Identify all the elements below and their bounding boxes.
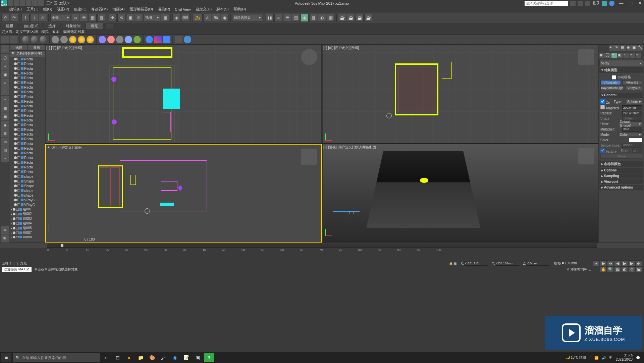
explorer-icon[interactable]: 📁 — [136, 353, 146, 362]
scene-item[interactable]: Recta — [10, 104, 45, 108]
angle-snap-button[interactable]: ∠ — [203, 14, 211, 22]
render-setup-button[interactable]: ▦ — [327, 14, 335, 22]
qat-save-icon[interactable] — [20, 0, 25, 6]
prev-frame-button[interactable]: ◀ — [614, 260, 621, 266]
render-preview-button[interactable]: ☕ — [364, 14, 372, 22]
time-marker[interactable] — [61, 244, 63, 247]
bitmap-icon[interactable] — [163, 36, 170, 43]
notification-icon[interactable]: 💬 — [636, 356, 640, 360]
curve-editor-button[interactable]: ◉ — [301, 14, 309, 22]
vraylight-button[interactable]: VRayLight — [600, 80, 621, 85]
color-swatch[interactable] — [629, 138, 642, 142]
menu-view[interactable]: 视图(V) — [57, 7, 69, 12]
schematic-button[interactable]: ▦ — [309, 14, 317, 22]
manipulate-button[interactable]: ◈ — [172, 14, 180, 22]
percent-snap-button[interactable]: % — [212, 14, 220, 22]
firefox-icon[interactable]: ● — [124, 353, 134, 362]
menu-animation[interactable]: 动画(A) — [112, 7, 125, 12]
grid-icon[interactable] — [570, 1, 576, 6]
zoom-button[interactable]: 🔍 — [607, 266, 614, 272]
weather-widget[interactable]: 🌙 10°C 晴朗 — [566, 355, 586, 360]
select-name-button[interactable]: ☰ — [80, 14, 88, 22]
window-crossing-button[interactable]: ▦ — [97, 14, 105, 22]
clock-time[interactable]: 21:49 — [616, 354, 633, 358]
radius-input[interactable] — [622, 111, 642, 115]
scene-item[interactable]: Recta — [10, 99, 45, 104]
edge-icon[interactable]: ◉ — [170, 353, 180, 362]
scene-header[interactable]: 🔍 名称(按升序排序) — [10, 51, 45, 57]
login-link[interactable]: 登录 — [592, 1, 600, 6]
rollout-options[interactable]: Options — [599, 168, 643, 173]
scene-item[interactable]: Recta — [10, 127, 45, 132]
orbit-button[interactable]: ⟲ — [628, 266, 635, 272]
sun-icon[interactable] — [69, 36, 76, 43]
undo-button[interactable]: ↶ — [1, 14, 9, 22]
scene-item[interactable]: Shape — [10, 179, 45, 184]
menu-group[interactable]: 组(G) — [43, 7, 52, 12]
rectangular-region-button[interactable]: ▦ — [89, 14, 97, 22]
subtab-display[interactable]: 显示 — [52, 29, 59, 34]
material-editor-button[interactable]: ◐ — [318, 14, 326, 22]
cameras-type-icon[interactable]: ▣ — [618, 53, 623, 58]
render-region-button[interactable]: ☕ — [356, 14, 364, 22]
filter-bone-icon[interactable]: ✧ — [1, 96, 9, 104]
tree-icon[interactable] — [133, 36, 141, 43]
task-view-icon[interactable]: ○ — [101, 353, 111, 362]
play-button[interactable]: ▶ — [621, 260, 628, 266]
coord-x-input[interactable] — [465, 261, 488, 266]
vrayies-button[interactable]: VRayIES — [622, 80, 643, 85]
units-dropdown[interactable]: Default (image)▾ — [618, 121, 642, 126]
qat-open-icon[interactable] — [14, 0, 19, 6]
filter-helper-icon[interactable]: ▽ — [1, 79, 9, 87]
viewcube-icon[interactable] — [301, 49, 317, 65]
viewcube-icon[interactable] — [578, 49, 594, 65]
sphere-icon[interactable] — [22, 36, 30, 43]
free-spot-icon[interactable] — [107, 36, 115, 43]
help-search-input[interactable] — [525, 1, 568, 6]
app-logo[interactable]: 3MAX — [1, 0, 7, 6]
time-ruler[interactable]: 0510152025303540455055606570758085909510… — [0, 248, 644, 255]
create-panel-icon[interactable]: + — [609, 45, 615, 51]
select-object-button[interactable]: ▭ — [71, 14, 79, 22]
targeted-input[interactable] — [622, 105, 642, 110]
bind-button[interactable]: ⩚ — [39, 14, 47, 22]
color-grid-icon[interactable] — [154, 36, 162, 43]
ime-icon[interactable]: 中 — [609, 355, 612, 360]
user-icon[interactable] — [585, 1, 590, 6]
target-spot-icon[interactable] — [99, 36, 106, 43]
scene-item[interactable]: Recta — [10, 132, 45, 137]
rollout-general[interactable]: General — [599, 93, 643, 98]
mode-dropdown[interactable]: Color▾ — [618, 132, 642, 137]
scene-item[interactable]: Shape — [10, 184, 45, 188]
app3-icon[interactable]: ▣ — [193, 353, 203, 362]
sun2-icon[interactable] — [78, 36, 85, 43]
menu-civilview[interactable]: Civil View — [175, 7, 191, 11]
move-button[interactable]: ✥ — [109, 14, 117, 22]
lights-type-icon[interactable]: ✦ — [611, 53, 617, 58]
target-icon[interactable] — [60, 36, 68, 43]
filter-d-icon[interactable]: ▭ — [1, 138, 9, 146]
filter-light-icon[interactable]: ✦ — [1, 62, 9, 70]
layer-button[interactable]: ☰ — [283, 14, 291, 22]
scene-item[interactable]: Recta — [10, 141, 45, 146]
filter-a-icon[interactable]: ▦ — [1, 112, 9, 120]
scene-item[interactable]: Recta — [10, 155, 45, 160]
help-icon[interactable] — [609, 1, 614, 6]
scale-button[interactable]: ▣ — [126, 14, 134, 22]
utilities-panel-icon[interactable]: 🔧 — [638, 45, 643, 51]
scene-item[interactable]: ▸组001 — [10, 207, 45, 212]
field-icon[interactable]: ▦ — [453, 262, 457, 265]
funnel-icon[interactable]: ▼ — [1, 226, 9, 234]
setkey-button[interactable]: ▶ — [600, 260, 607, 266]
qat-undo-icon[interactable] — [26, 0, 32, 6]
scene-item[interactable]: Recta — [10, 94, 45, 99]
viewport-front[interactable]: [+] [前] [用户定义] [线框] — [322, 45, 599, 143]
scene-item[interactable]: Recta — [10, 75, 45, 80]
vraysun-button[interactable]: VRaySun — [625, 86, 642, 90]
3dsmax-task-icon[interactable]: 3 — [204, 353, 214, 362]
helpers-type-icon[interactable]: ▫ — [624, 53, 629, 58]
star-icon[interactable] — [578, 1, 583, 6]
snap-2d-button[interactable]: 2₅ — [193, 14, 203, 22]
subtab-simulate[interactable]: 模拟 — [41, 29, 49, 34]
autogrid-checkbox[interactable] — [612, 75, 616, 80]
